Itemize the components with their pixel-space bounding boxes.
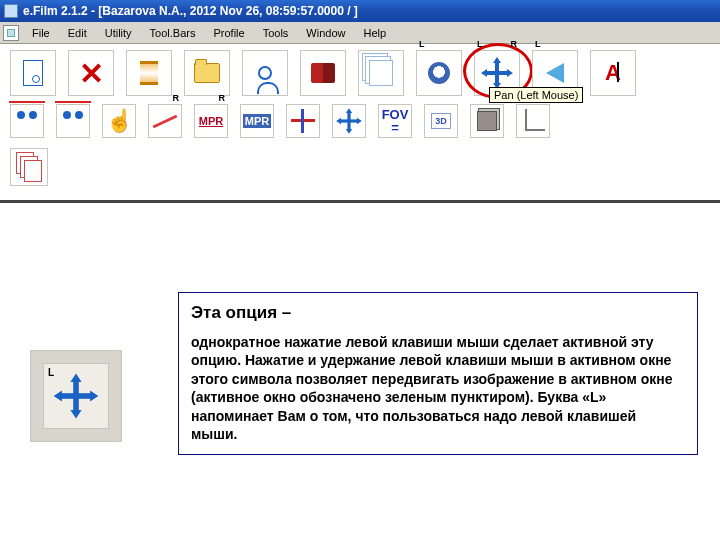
description-panel: Эта опция – однократное нажатие левой кл… bbox=[178, 292, 698, 455]
window-titlebar: e.Film 2.1.2 - [Bazarova N.A., 2012 Nov … bbox=[0, 0, 720, 22]
menu-tools[interactable]: Tools bbox=[254, 24, 298, 42]
tool-group-right: L L R Pan (Left Mouse) L A bbox=[416, 50, 636, 96]
page-icon bbox=[23, 60, 43, 86]
people-icon bbox=[60, 111, 86, 131]
patients-marked-button[interactable] bbox=[56, 104, 90, 138]
fov-button[interactable]: FOV = bbox=[378, 104, 412, 138]
app-icon bbox=[4, 4, 18, 18]
people-icon bbox=[14, 111, 40, 131]
folder-icon bbox=[194, 63, 220, 83]
cube-button[interactable] bbox=[470, 104, 504, 138]
hourglass-button[interactable] bbox=[126, 50, 172, 96]
l-marker: L bbox=[419, 39, 425, 49]
pan-icon bbox=[56, 376, 95, 415]
pan-figure: L bbox=[30, 350, 122, 442]
description-heading: Эта опция – bbox=[191, 303, 685, 323]
r-marker: R bbox=[173, 93, 180, 103]
menu-profile[interactable]: Profile bbox=[204, 24, 253, 42]
menu-utility[interactable]: Utility bbox=[96, 24, 141, 42]
series-button[interactable] bbox=[358, 50, 404, 96]
mpr2-button[interactable]: MPR bbox=[240, 104, 274, 138]
menu-toolbars[interactable]: Tool.Bars bbox=[141, 24, 205, 42]
line-measure-button[interactable]: R bbox=[148, 104, 182, 138]
hourglass-icon bbox=[140, 61, 158, 85]
toolbar-area: ✕ L L R Pan (Left Mouse) bbox=[0, 44, 720, 203]
x-icon: ✕ bbox=[79, 56, 104, 91]
open-folder-button[interactable] bbox=[184, 50, 230, 96]
cube-icon bbox=[477, 111, 497, 131]
axes-button[interactable]: L bbox=[516, 104, 550, 138]
l-marker: L bbox=[477, 39, 483, 49]
toolbar-row-1: ✕ L L R Pan (Left Mouse) bbox=[0, 48, 720, 102]
menu-file[interactable]: File bbox=[23, 24, 59, 42]
a-icon: A bbox=[605, 60, 621, 86]
page-preview-button[interactable] bbox=[10, 50, 56, 96]
pan-icon bbox=[483, 59, 511, 87]
menu-window[interactable]: Window bbox=[297, 24, 354, 42]
menu-help[interactable]: Help bbox=[354, 24, 395, 42]
mpr2-label: MPR bbox=[243, 114, 271, 128]
axes-icon bbox=[521, 109, 545, 133]
patient-button[interactable] bbox=[242, 50, 288, 96]
stack-icon bbox=[369, 60, 393, 86]
resize-button[interactable] bbox=[332, 104, 366, 138]
mpr-button[interactable]: RMPR bbox=[194, 104, 228, 138]
arrow-left-icon bbox=[546, 63, 564, 83]
l-marker: L bbox=[535, 39, 541, 49]
pan-figure-inner: L bbox=[43, 363, 109, 429]
point-button[interactable]: ☝ bbox=[102, 104, 136, 138]
pan-button[interactable]: L R Pan (Left Mouse) bbox=[474, 50, 520, 96]
3d-label: 3D bbox=[431, 113, 451, 129]
window-title: e.Film 2.1.2 - [Bazarova N.A., 2012 Nov … bbox=[23, 4, 358, 18]
annotation-button[interactable]: A bbox=[590, 50, 636, 96]
patients-button[interactable] bbox=[10, 104, 44, 138]
description-body: однократное нажатие левой клавиши мыши с… bbox=[191, 333, 685, 444]
line-icon bbox=[153, 114, 178, 128]
delete-button[interactable]: ✕ bbox=[68, 50, 114, 96]
l-marker: L bbox=[48, 367, 54, 378]
menu-bar: File Edit Utility Tool.Bars Profile Tool… bbox=[0, 22, 720, 44]
toolbar-row-3 bbox=[0, 146, 720, 192]
series-stack-button[interactable] bbox=[10, 148, 48, 186]
mpr-label: MPR bbox=[199, 115, 223, 127]
app-small-icon bbox=[3, 25, 19, 41]
brightness-icon bbox=[428, 62, 450, 84]
study-notes-button[interactable] bbox=[300, 50, 346, 96]
brightness-button[interactable]: L bbox=[416, 50, 462, 96]
view3d-button[interactable]: 3D bbox=[424, 104, 458, 138]
toolbar-row-2: ☝ R RMPR MPR FOV = 3D L bbox=[0, 102, 720, 146]
r-marker: R bbox=[511, 39, 518, 49]
menu-edit[interactable]: Edit bbox=[59, 24, 96, 42]
person-icon bbox=[258, 66, 272, 80]
docs-stack-icon bbox=[16, 152, 42, 182]
hand-icon: ☝ bbox=[106, 108, 133, 134]
pan-tooltip: Pan (Left Mouse) bbox=[489, 87, 583, 103]
resize-icon bbox=[338, 110, 360, 132]
crosshair-button[interactable] bbox=[286, 104, 320, 138]
r-marker: R bbox=[219, 93, 226, 103]
cross-icon bbox=[291, 109, 315, 133]
fov-label: FOV = bbox=[382, 108, 409, 134]
book-icon bbox=[311, 63, 335, 83]
